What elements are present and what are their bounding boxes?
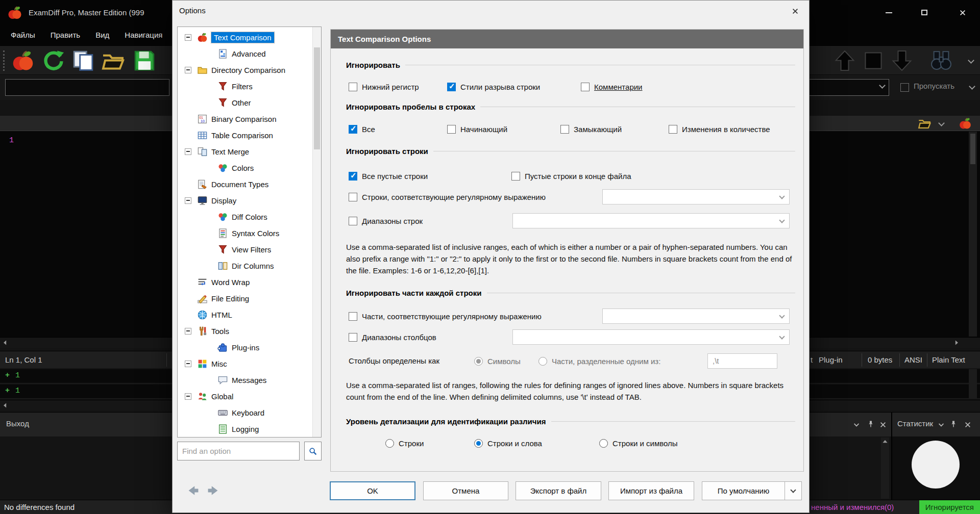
tree-collapse-toggle[interactable]: [185, 328, 191, 335]
compare-button[interactable]: [11, 49, 35, 72]
folder-chevron-icon[interactable]: [938, 120, 945, 126]
recompare-button[interactable]: [42, 49, 65, 72]
open-button[interactable]: [101, 49, 125, 72]
scrollbar-thumb[interactable]: [970, 134, 975, 164]
menu-edit[interactable]: Править: [43, 25, 88, 45]
tree-item-directory-comparison[interactable]: Directory Comparison: [179, 62, 312, 78]
merge-vscrollbar[interactable]: [969, 369, 977, 399]
tree-item-colors[interactable]: Colors: [179, 160, 312, 176]
tree-item-global[interactable]: Global: [179, 388, 312, 404]
dialog-close-button[interactable]: [786, 4, 805, 19]
cancel-button[interactable]: Отмена: [423, 481, 508, 500]
copy-button[interactable]: [71, 49, 95, 72]
toolbar-overflow-chevron[interactable]: [968, 57, 974, 64]
tree-item-table-comparison[interactable]: Table Comparison: [179, 127, 312, 143]
next-diff-button[interactable]: [890, 49, 914, 72]
radio-circle[interactable]: [538, 357, 547, 366]
lines-regex-combo[interactable]: [602, 189, 790, 204]
checkbox-box[interactable]: [511, 172, 520, 181]
trailing-empty-lines-checkbox[interactable]: Пустые строки в конце файла: [511, 168, 631, 184]
tree-item-view-filters[interactable]: View Filters: [179, 241, 312, 258]
all-empty-lines-checkbox[interactable]: Все пустые строки: [349, 168, 428, 184]
delimiters-input[interactable]: ,\t: [707, 353, 777, 369]
tree-item-keyboard[interactable]: Keyboard: [179, 404, 312, 421]
tree-item-advanced[interactable]: Advanced: [179, 45, 312, 62]
toolbar-grip[interactable]: [3, 50, 5, 71]
output-dropdown-chevron[interactable]: [852, 421, 861, 429]
trailing-spaces-checkbox[interactable]: Замыкающий: [560, 121, 622, 137]
tree-item-text-comparison[interactable]: Text Comparison: [179, 29, 312, 45]
checkbox-box[interactable]: [669, 125, 677, 134]
checkbox-box[interactable]: [581, 83, 590, 91]
recompare-apple-icon[interactable]: [959, 117, 972, 130]
tree-collapse-toggle[interactable]: [185, 67, 191, 73]
search-button[interactable]: [304, 442, 322, 460]
current-diff-button[interactable]: [862, 49, 885, 72]
radio-circle[interactable]: [474, 439, 483, 448]
lowercase-checkbox[interactable]: Нижний регистр: [349, 79, 419, 94]
tree-collapse-toggle[interactable]: [185, 34, 191, 41]
granularity-words-radio[interactable]: Строки и слова: [474, 435, 542, 451]
scroll-right-icon[interactable]: [952, 339, 961, 347]
radio-circle[interactable]: [599, 439, 608, 448]
checkbox-box[interactable]: [560, 125, 569, 134]
import-button[interactable]: Импорт из файла: [608, 481, 694, 500]
stats-pin-icon[interactable]: [949, 420, 958, 428]
checkbox-box[interactable]: [349, 172, 357, 181]
tree-item-text-merge[interactable]: Text Merge: [179, 143, 312, 160]
stats-close-icon[interactable]: [964, 421, 972, 429]
column-ranges-combo[interactable]: [512, 329, 790, 345]
menu-navigation[interactable]: Навигация: [117, 25, 170, 45]
combo-chevron-icon[interactable]: [879, 82, 886, 89]
line-ranges-combo[interactable]: [512, 213, 790, 228]
checkbox-box[interactable]: [349, 125, 357, 134]
checkbox-box[interactable]: [447, 83, 456, 91]
scroll-up-icon[interactable]: [881, 438, 889, 446]
checkbox-box[interactable]: [447, 125, 456, 134]
scrollbar-thumb[interactable]: [314, 47, 320, 149]
lines-regex-checkbox[interactable]: Строки, соответствующие регулярному выра…: [349, 189, 546, 204]
line-ranges-checkbox[interactable]: Диапазоны строк: [349, 213, 423, 228]
column-ranges-checkbox[interactable]: Диапазоны столбцов: [349, 329, 436, 345]
tree-item-messages[interactable]: Messages: [179, 372, 312, 388]
all-spaces-checkbox[interactable]: Все: [349, 121, 375, 137]
columns-delimited-radio[interactable]: Части, разделенные одним из:: [538, 353, 660, 369]
scroll-left-icon[interactable]: [1, 339, 9, 347]
tree-item-syntax-colors[interactable]: Syntax Colors: [179, 225, 312, 241]
menu-view[interactable]: Вид: [88, 25, 117, 45]
find-option-input[interactable]: [177, 442, 300, 460]
leading-spaces-checkbox[interactable]: Начинающий: [447, 121, 507, 137]
linebreak-style-checkbox[interactable]: Стили разрыва строки: [447, 79, 540, 94]
search-binoculars-button[interactable]: [928, 49, 954, 72]
save-button[interactable]: [133, 49, 156, 72]
tree-item-file-editing[interactable]: File Editing: [179, 290, 312, 306]
checkbox-box[interactable]: [349, 312, 357, 321]
checkbox-box[interactable]: [349, 193, 357, 201]
tree-item-filters[interactable]: Filters: [179, 78, 312, 94]
defaults-button[interactable]: По умолчанию: [702, 481, 802, 500]
parts-regex-combo[interactable]: [602, 309, 790, 324]
checkbox-box[interactable]: [349, 333, 357, 342]
output-close-icon[interactable]: [879, 421, 887, 429]
checkbox-box[interactable]: [349, 83, 357, 91]
stats-dropdown-chevron[interactable]: [937, 421, 945, 429]
row-overflow-chevron[interactable]: [969, 83, 975, 90]
granularity-lines-radio[interactable]: Строки: [385, 435, 424, 451]
checkbox-box[interactable]: [349, 217, 357, 225]
ok-button[interactable]: OK: [330, 481, 415, 500]
tree-item-misc[interactable]: Misc: [179, 355, 312, 372]
menu-files[interactable]: Файлы: [3, 25, 43, 45]
columns-symbols-radio[interactable]: Символы: [474, 353, 521, 369]
radio-circle[interactable]: [385, 439, 394, 448]
granularity-chars-radio[interactable]: Строки и символы: [599, 435, 678, 451]
minimize-button[interactable]: [874, 0, 903, 25]
prev-diff-button[interactable]: [833, 49, 856, 72]
tree-item-binary-comparison[interactable]: 0110Binary Comparison: [179, 111, 312, 127]
editor-vscrollbar[interactable]: [969, 132, 977, 337]
tree-item-tools[interactable]: Tools: [179, 323, 312, 339]
defaults-dropdown[interactable]: [785, 490, 801, 492]
back-button[interactable]: [186, 484, 201, 497]
left-file-path-input[interactable]: [5, 79, 169, 96]
tree-item-html[interactable]: HTML: [179, 306, 312, 323]
close-window-button[interactable]: [945, 0, 980, 25]
